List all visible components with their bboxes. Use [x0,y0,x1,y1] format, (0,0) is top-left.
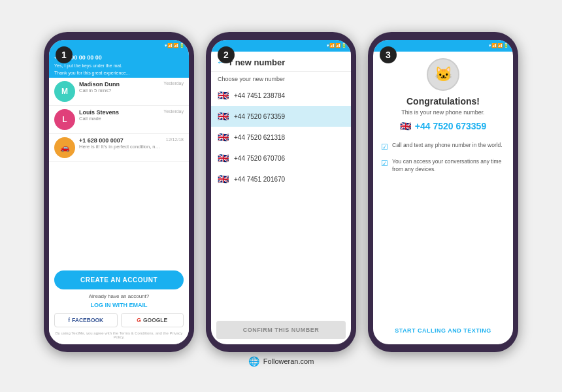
feature-text-0: Call and text any phone number in the wo… [392,142,503,150]
google-button[interactable]: G GOOGLE [121,313,184,327]
number-item-1[interactable]: 🇬🇧 +44 7520 673359 [211,106,351,127]
phone1-msg1: Yes, I put the keys under the mat. [49,63,189,71]
phone-2: 2 ▾📶📶🔋 ← r new number Choose your new nu… [206,32,356,352]
new-number-display: 🇬🇧 +44 7520 673359 [400,121,486,131]
social-buttons: f FACEBOOK G GOOGLE [54,313,184,327]
number-item-2[interactable]: 🇬🇧 +44 7520 621318 [211,127,351,148]
status-icons: ▾📶📶🔋 [165,43,185,48]
google-icon: G [137,317,141,323]
number-text-2: +44 7520 621318 [234,134,285,141]
confirm-btn-area: CONFIRM THIS NUMBER [211,316,351,344]
chat-item-3[interactable]: 🚗 +1 628 000 0007 Here is it! It's in pe… [49,134,189,162]
chat-time-number: 12/12/18 [166,137,184,142]
chat-list: M Madison Dunn Call in 5 mins? Yesterday… [49,78,189,172]
step-badge-2: 2 [218,46,235,63]
chat-item-2[interactable]: L Louis Stevens Call made Yesterday [49,106,189,134]
number-text-1: +44 7520 673359 [234,113,285,120]
flag-icon-4: 🇬🇧 [218,174,229,184]
confirm-number-button[interactable]: CONFIRM THIS NUMBER [216,321,346,339]
facebook-button[interactable]: f FACEBOOK [54,313,118,327]
chat-name-number: +1 628 000 0007 [79,137,162,144]
choose-label: Choose your new number [211,72,351,85]
number-text-4: +44 7451 201670 [234,176,285,183]
phones-container: 1 ▾📶📶🔋 +33 6 00 00 00 00 Yes, I put the … [44,32,518,352]
new-number-flag: 🇬🇧 [400,121,411,131]
flag-icon-2: 🇬🇧 [218,132,229,142]
congrats-title: Congratulations! [406,96,480,106]
chat-name-madison: Madison Dunn [79,81,159,88]
feature-text-1: You can access your conversations any ti… [392,158,505,174]
facebook-label: FACEBOOK [72,317,103,323]
avatar: 🐱 [427,58,459,91]
step-badge-3: 3 [380,46,397,63]
avatar-madison: M [54,81,75,102]
chat-name-louis: Louis Stevens [79,109,159,116]
footer: 🌐 Followeran.com [248,356,314,367]
avatar-emoji: 🐱 [435,66,452,83]
chat-info-louis: Louis Stevens Call made [79,109,159,122]
phone1-msg2: Thank you for this great experience... [49,71,189,78]
phone3-content: 🐱 Congratulations! This is your new phon… [373,52,513,344]
google-label: GOOGLE [143,317,167,323]
login-email-button[interactable]: LOG IN WITH EMAIL [54,302,184,308]
create-account-button[interactable]: CREATE AN ACCOUNT [54,270,184,289]
new-number-text: +44 7520 673359 [415,121,486,131]
phone-3: 3 ▾📶📶🔋 🐱 Congratulations! This is your n… [368,32,518,352]
phone-1: 1 ▾📶📶🔋 +33 6 00 00 00 00 Yes, I put the … [44,32,194,352]
avatar-louis: L [54,109,75,130]
chat-item-1[interactable]: M Madison Dunn Call in 5 mins? Yesterday [49,78,189,106]
check-icon-1: ☑ [381,159,388,168]
number-list: 🇬🇧 +44 7451 238784 🇬🇧 +44 7520 673359 🇬🇧… [211,85,351,316]
chat-msg-madison: Call in 5 mins? [79,88,159,93]
phone-3-screen: ▾📶📶🔋 🐱 Congratulations! This is your new… [373,40,513,344]
flag-icon-3: 🇬🇧 [218,153,229,163]
phone2-title: r new number [229,57,285,67]
chat-msg-louis: Call made [79,116,159,122]
phone1-bottom: CREATE AN ACCOUNT Already have an accoun… [49,265,189,344]
chat-info-number: +1 628 000 0007 Here is it! It's in perf… [79,137,162,150]
chat-info-madison: Madison Dunn Call in 5 mins? [79,81,159,93]
number-text-0: +44 7451 238784 [234,92,285,99]
status-icons-3: ▾📶📶🔋 [489,43,509,48]
avatar-number: 🚗 [54,137,75,158]
step-badge-1: 1 [56,46,73,63]
start-calling-button[interactable]: START CALLING AND TEXTING [395,327,491,334]
terms-text: By using TextMe, you agree with the Term… [54,331,184,339]
number-item-0[interactable]: 🇬🇧 +44 7451 238784 [211,85,351,106]
chat-msg-number: Here is it! It's in perfect condition, n… [79,144,162,150]
feature-item-0: ☑ Call and text any phone number in the … [381,142,505,152]
flag-icon-1: 🇬🇧 [218,111,229,122]
status-icons-2: ▾📶📶🔋 [327,43,347,48]
footer-text: Followeran.com [263,357,314,365]
number-text-3: +44 7520 670706 [234,155,285,162]
already-account-text: Already have an account? [54,293,184,299]
phone-2-screen: ▾📶📶🔋 ← r new number Choose your new numb… [211,40,351,344]
chat-time-louis: Yesterday [163,109,184,114]
new-number-label: This is your new phone number. [401,109,485,116]
phone-1-content: +33 6 00 00 00 00 Yes, I put the keys un… [49,52,189,344]
number-item-3[interactable]: 🇬🇧 +44 7520 670706 [211,148,351,169]
facebook-icon: f [68,317,70,323]
phone-1-screen: ▾📶📶🔋 +33 6 00 00 00 00 Yes, I put the ke… [49,40,189,344]
flag-icon-0: 🇬🇧 [218,90,229,101]
check-icon-0: ☑ [381,142,388,152]
globe-icon: 🌐 [248,356,259,367]
chat-time-madison: Yesterday [163,81,184,86]
feature-item-1: ☑ You can access your conversations any … [381,158,505,174]
number-item-4[interactable]: 🇬🇧 +44 7451 201670 [211,169,351,189]
